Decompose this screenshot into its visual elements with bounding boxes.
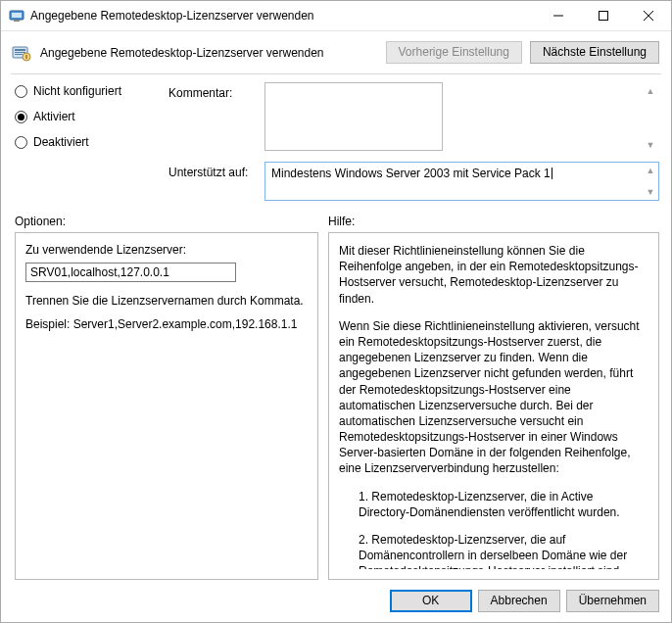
license-servers-label: Zu verwendende Lizenzserver: [25, 243, 308, 257]
svg-rect-2 [14, 20, 20, 22]
scroll-up-icon[interactable]: ▲ [644, 84, 657, 98]
section-labels: Optionen: Hilfe: [1, 201, 671, 232]
minimize-button[interactable] [536, 1, 581, 30]
svg-rect-10 [15, 54, 23, 55]
help-paragraph: Mit dieser Richtlinieneinstellung können… [339, 243, 647, 307]
header-row: Angegebene Remotedesktop-Lizenzserver ve… [1, 31, 671, 73]
kv-rows: Kommentar: ▲ ▼ Unterstützt auf: Mindeste… [168, 82, 659, 201]
radio-not-configured-label: Nicht konfiguriert [33, 84, 121, 98]
radio-enabled[interactable]: Aktiviert [15, 110, 157, 123]
radio-not-configured[interactable]: Nicht konfiguriert [15, 84, 157, 98]
close-button[interactable] [626, 1, 671, 30]
radio-not-configured-input[interactable] [15, 85, 27, 98]
window-title: Angegebene Remotedesktop-Lizenzserver ve… [30, 9, 536, 23]
supported-label: Unterstützt auf: [168, 162, 257, 201]
app-icon [9, 8, 24, 24]
help-pane: Mit dieser Richtlinieneinstellung können… [328, 232, 659, 580]
prev-setting-button[interactable]: Vorherige Einstellung [386, 41, 522, 64]
scroll-down-icon[interactable]: ▼ [644, 138, 657, 152]
help-content[interactable]: Mit dieser Richtlinieneinstellung können… [339, 243, 654, 569]
lower-panes: Zu verwendende Lizenzserver: Trennen Sie… [1, 232, 671, 580]
maximize-button[interactable] [581, 1, 626, 30]
cancel-button[interactable]: Abbrechen [478, 590, 560, 612]
license-servers-input[interactable] [25, 263, 236, 282]
scroll-up-icon[interactable]: ▲ [644, 164, 657, 177]
svg-rect-12 [25, 55, 27, 59]
svg-rect-9 [15, 52, 25, 53]
policy-icon [11, 42, 32, 64]
next-setting-button[interactable]: Nächste Einstellung [530, 41, 659, 64]
header-title: Angegebene Remotedesktop-Lizenzserver ve… [40, 46, 378, 60]
radio-disabled[interactable]: Deaktiviert [15, 135, 157, 149]
options-note-1: Trennen Sie die Lizenzservernamen durch … [25, 294, 308, 308]
options-pane: Zu verwendende Lizenzserver: Trennen Sie… [15, 232, 318, 580]
svg-rect-8 [15, 49, 25, 51]
apply-button[interactable]: Übernehmen [566, 590, 659, 612]
supported-box[interactable]: Mindestens Windows Server 2003 mit Servi… [264, 162, 659, 201]
help-paragraph: Wenn Sie diese Richtlinieneinstellung ak… [339, 318, 647, 477]
radio-disabled-label: Deaktiviert [33, 135, 89, 149]
help-section-label: Hilfe: [328, 215, 659, 228]
ok-button[interactable]: OK [390, 590, 472, 612]
policy-editor-window: Angegebene Remotedesktop-Lizenzserver ve… [0, 0, 672, 623]
options-note-2: Beispiel: Server1,Server2.example.com,19… [25, 317, 308, 331]
radio-enabled-input[interactable] [15, 111, 27, 123]
help-list-item: 1. Remotedesktop-Lizenzserver, die in Ac… [339, 489, 647, 520]
config-area: Nicht konfiguriert Aktiviert Deaktiviert… [1, 74, 671, 201]
comment-label: Kommentar: [168, 82, 257, 154]
svg-rect-4 [600, 12, 608, 21]
options-section-label: Optionen: [15, 215, 328, 228]
svg-rect-1 [12, 13, 22, 18]
help-list-item: 2. Remotedesktop-Lizenzserver, die auf D… [339, 532, 647, 569]
state-radios: Nicht konfiguriert Aktiviert Deaktiviert [15, 82, 157, 201]
radio-enabled-label: Aktiviert [33, 110, 75, 123]
scroll-down-icon[interactable]: ▼ [644, 185, 657, 199]
radio-disabled-input[interactable] [15, 136, 27, 149]
supported-text: Mindestens Windows Server 2003 mit Servi… [271, 167, 552, 180]
comment-textarea[interactable] [264, 82, 443, 151]
footer: OK Abbrechen Übernehmen [1, 580, 671, 622]
titlebar: Angegebene Remotedesktop-Lizenzserver ve… [1, 1, 671, 31]
